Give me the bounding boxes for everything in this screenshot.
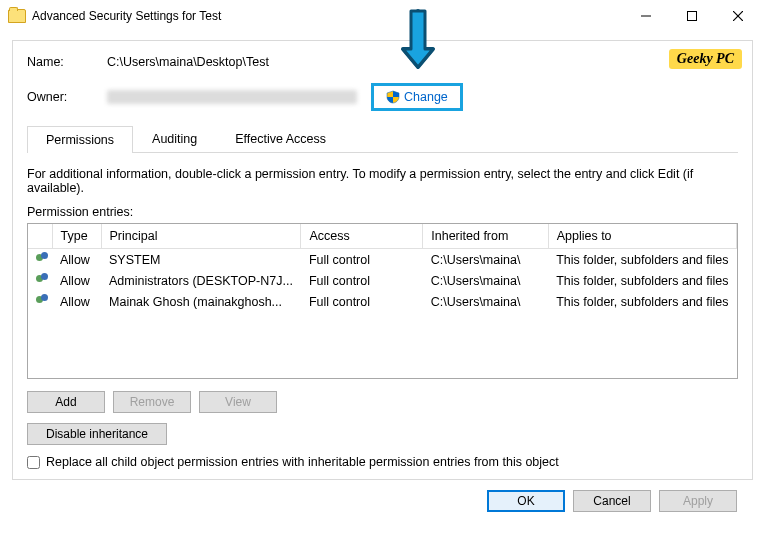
name-label: Name: <box>27 55 107 69</box>
close-button[interactable] <box>715 1 761 31</box>
tab-permissions[interactable]: Permissions <box>27 126 133 153</box>
cell-inherited: C:\Users\maina\ <box>423 249 548 271</box>
cell-principal: SYSTEM <box>101 249 301 271</box>
col-applies[interactable]: Applies to <box>548 224 736 249</box>
cancel-button[interactable]: Cancel <box>573 490 651 512</box>
users-icon <box>36 294 52 306</box>
maximize-button[interactable] <box>669 1 715 31</box>
cell-access: Full control <box>301 249 423 271</box>
cell-applies: This folder, subfolders and files <box>548 291 736 312</box>
col-inherited[interactable]: Inherited from <box>423 224 548 249</box>
table-row[interactable]: AllowSYSTEMFull controlC:\Users\maina\Th… <box>28 249 737 271</box>
svg-rect-1 <box>688 12 697 21</box>
titlebar: Advanced Security Settings for Test <box>0 0 765 32</box>
main-panel: Geeky PC Name: C:\Users\maina\Desktop\Te… <box>12 40 753 480</box>
replace-child-label: Replace all child object permission entr… <box>46 455 559 469</box>
cell-type: Allow <box>52 291 101 312</box>
cell-applies: This folder, subfolders and files <box>548 270 736 291</box>
cell-principal: Mainak Ghosh (mainakghosh... <box>101 291 301 312</box>
permission-entries-grid[interactable]: Type Principal Access Inherited from App… <box>27 223 738 379</box>
cell-principal: Administrators (DESKTOP-N7J... <box>101 270 301 291</box>
annotation-arrow <box>397 5 439 95</box>
watermark: Geeky PC <box>669 49 742 69</box>
table-row[interactable]: AllowMainak Ghosh (mainakghosh...Full co… <box>28 291 737 312</box>
cell-inherited: C:\Users\maina\ <box>423 270 548 291</box>
info-text: For additional information, double-click… <box>27 167 738 195</box>
name-value: C:\Users\maina\Desktop\Test <box>107 55 269 69</box>
disable-inheritance-button[interactable]: Disable inheritance <box>27 423 167 445</box>
entries-label: Permission entries: <box>27 205 738 219</box>
dialog-footer: OK Cancel Apply <box>12 480 753 512</box>
cell-type: Allow <box>52 249 101 271</box>
window-title: Advanced Security Settings for Test <box>32 9 221 23</box>
col-access[interactable]: Access <box>301 224 423 249</box>
cell-inherited: C:\Users\maina\ <box>423 291 548 312</box>
col-principal[interactable]: Principal <box>101 224 301 249</box>
cell-applies: This folder, subfolders and files <box>548 249 736 271</box>
col-icon[interactable] <box>28 224 52 249</box>
col-type[interactable]: Type <box>52 224 101 249</box>
users-icon <box>36 273 52 285</box>
add-button[interactable]: Add <box>27 391 105 413</box>
cell-access: Full control <box>301 291 423 312</box>
tab-bar: Permissions Auditing Effective Access <box>27 125 738 153</box>
ok-button[interactable]: OK <box>487 490 565 512</box>
table-row[interactable]: AllowAdministrators (DESKTOP-N7J...Full … <box>28 270 737 291</box>
cell-type: Allow <box>52 270 101 291</box>
owner-value-redacted <box>107 90 357 104</box>
users-icon <box>36 252 52 264</box>
tab-auditing[interactable]: Auditing <box>133 125 216 152</box>
folder-icon <box>8 9 26 23</box>
replace-child-checkbox[interactable] <box>27 456 40 469</box>
tab-effective-access[interactable]: Effective Access <box>216 125 345 152</box>
cell-access: Full control <box>301 270 423 291</box>
owner-label: Owner: <box>27 90 107 104</box>
view-button[interactable]: View <box>199 391 277 413</box>
apply-button[interactable]: Apply <box>659 490 737 512</box>
remove-button[interactable]: Remove <box>113 391 191 413</box>
minimize-button[interactable] <box>623 1 669 31</box>
window-controls <box>623 1 761 31</box>
